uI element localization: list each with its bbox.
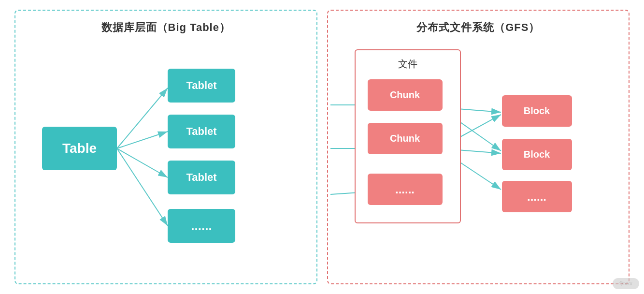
block-label-1: Block [524,105,550,117]
file-box: 文件 Chunk Chunk ...... [355,49,461,223]
file-label: 文件 [398,58,417,71]
svg-line-1 [117,88,168,148]
chunk-label-1: Chunk [390,89,420,101]
left-panel: 数据库层面（Big Table） Tab [14,10,317,284]
chunk-label-3: ...... [395,183,415,196]
chunk-box-1: Chunk [368,79,443,111]
chunk-box-3: ...... [368,174,443,205]
left-panel-title: 数据库层面（Big Table） [101,20,230,35]
chunk-label-2: Chunk [390,133,420,144]
svg-line-4 [117,148,168,226]
tablet-box-1: Tablet [168,69,235,103]
right-panel-title: 分布式文件系统（GFS） [416,20,540,35]
table-box: Table [42,127,117,170]
block-box-1: Block [502,95,572,127]
tablet-label-2: Tablet [186,125,216,138]
block-label-2: Block [524,149,550,160]
tablet-box-3: Tablet [168,161,235,194]
svg-line-2 [117,132,168,148]
chunk-box-2: Chunk [368,123,443,154]
right-panel: 分布式文件系统（GFS） [327,10,630,284]
tablet-label-3: Tablet [186,171,216,184]
block-box-2: Block [502,139,572,170]
diagram-container: 数据库层面（Big Table） Tab [0,0,644,294]
tablet-label-4: ...... [191,219,212,234]
tablet-label-1: Tablet [186,79,216,92]
tablet-box-4: ...... [168,209,235,243]
table-label: Table [62,141,97,156]
watermark: 学xxx [613,278,640,289]
block-label-3: ...... [527,190,546,204]
block-box-3: ...... [502,181,572,212]
watermark-text: 学xxx [619,280,633,286]
svg-line-3 [117,148,168,177]
tablet-box-2: Tablet [168,115,235,148]
